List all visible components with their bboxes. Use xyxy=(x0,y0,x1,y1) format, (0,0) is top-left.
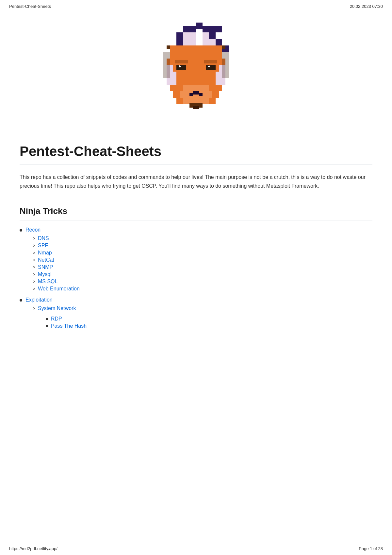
svg-rect-23 xyxy=(167,65,225,72)
sub-list-link[interactable]: Mysql xyxy=(38,271,52,277)
bullet-dot xyxy=(20,299,22,302)
svg-rect-37 xyxy=(193,91,199,95)
svg-rect-17 xyxy=(189,39,196,45)
svg-rect-43 xyxy=(179,65,180,67)
sub-sub-list-item: Pass The Hash xyxy=(46,323,87,329)
sub-list-item: SPF xyxy=(33,243,80,249)
sub-list-link[interactable]: DNS xyxy=(38,235,49,241)
svg-rect-21 xyxy=(170,52,222,59)
svg-rect-49 xyxy=(193,106,199,109)
svg-rect-19 xyxy=(203,39,209,45)
svg-rect-15 xyxy=(183,32,189,39)
circle-bullet xyxy=(33,245,35,247)
header-datetime: 20.02.2023 07:30 xyxy=(350,4,383,9)
svg-rect-34 xyxy=(183,85,209,91)
svg-rect-46 xyxy=(175,60,188,63)
square-bullet xyxy=(46,318,48,320)
footer-page-info: Page 1 of 28 xyxy=(359,546,383,551)
page-title: Pentest-Cheat-Sheets xyxy=(20,137,372,165)
sub-list-item: SNMP xyxy=(33,264,80,270)
list-link[interactable]: Recon xyxy=(25,227,41,233)
svg-rect-0 xyxy=(176,39,183,45)
svg-rect-51 xyxy=(222,52,229,78)
fox-logo xyxy=(147,19,245,124)
svg-rect-9 xyxy=(216,39,222,45)
svg-rect-40 xyxy=(176,65,186,70)
bullet-dot xyxy=(20,229,22,232)
circle-bullet xyxy=(33,266,35,268)
svg-rect-3 xyxy=(196,23,203,29)
section-title: Ninja Tricks xyxy=(20,201,372,220)
circle-bullet xyxy=(33,281,35,283)
list-item: ExploitationSystem NetworkRDPPass The Ha… xyxy=(20,297,372,334)
header-title: Pentest-Cheat-Sheets xyxy=(9,4,51,9)
sub-list: System NetworkRDPPass The Hash xyxy=(20,305,87,333)
svg-rect-6 xyxy=(176,32,183,39)
main-list: ReconDNSSPFNmapNetCatSNMPMysqlMS SQLWeb … xyxy=(20,227,372,334)
page-header: Pentest-Cheat-Sheets 20.02.2023 07:30 xyxy=(0,0,392,13)
sub-list-link[interactable]: MS SQL xyxy=(38,279,57,285)
sub-sub-list-item: RDP xyxy=(46,316,87,322)
footer-url[interactable]: https://md2pdf.netlify.app/ xyxy=(9,546,57,551)
description: This repo has a collection of snippets o… xyxy=(20,173,372,190)
circle-bullet xyxy=(33,273,35,275)
svg-rect-16 xyxy=(189,32,196,39)
page-footer: https://md2pdf.netlify.app/ Page 1 of 28 xyxy=(0,542,392,555)
sub-list-link[interactable]: SNMP xyxy=(38,264,53,270)
svg-rect-8 xyxy=(209,32,216,39)
svg-rect-52 xyxy=(167,45,170,49)
sub-list-item: DNS xyxy=(33,235,80,241)
svg-rect-53 xyxy=(222,45,225,49)
svg-rect-20 xyxy=(209,39,216,45)
svg-rect-11 xyxy=(209,26,216,32)
svg-rect-47 xyxy=(204,60,217,63)
sub-list-item: Web Enumeration xyxy=(33,286,80,292)
circle-bullet xyxy=(33,237,35,239)
main-content: Pentest-Cheat-Sheets This repo has a col… xyxy=(0,13,392,363)
sub-list-link[interactable]: SPF xyxy=(38,243,48,249)
list-link[interactable]: Exploitation xyxy=(25,297,53,303)
svg-rect-38 xyxy=(189,93,193,96)
circle-bullet xyxy=(33,252,35,254)
sub-list-link[interactable]: NetCat xyxy=(38,257,54,263)
sub-list-item: MS SQL xyxy=(33,279,80,285)
sub-sub-list-link[interactable]: Pass The Hash xyxy=(51,323,87,329)
svg-rect-39 xyxy=(199,93,203,96)
sub-list-item: Mysql xyxy=(33,271,80,277)
sub-list-item: Nmap xyxy=(33,250,80,256)
logo-container xyxy=(20,13,372,137)
svg-rect-18 xyxy=(203,32,209,39)
sub-sub-list: RDPPass The Hash xyxy=(33,316,87,330)
svg-rect-45 xyxy=(209,65,209,67)
sub-sub-list-link[interactable]: RDP xyxy=(51,316,62,322)
svg-rect-14 xyxy=(183,39,189,45)
svg-rect-10 xyxy=(216,26,222,32)
list-item: ReconDNSSPFNmapNetCatSNMPMysqlMS SQLWeb … xyxy=(20,227,372,294)
circle-bullet xyxy=(33,259,35,261)
svg-rect-29 xyxy=(170,45,222,52)
sub-list-link[interactable]: Web Enumeration xyxy=(38,286,80,292)
svg-rect-4 xyxy=(203,26,209,32)
svg-rect-2 xyxy=(189,26,196,32)
circle-bullet xyxy=(33,307,35,309)
sub-list-link[interactable]: Nmap xyxy=(38,250,52,256)
sub-list-item: System NetworkRDPPass The Hash xyxy=(33,305,87,332)
sub-list-item: NetCat xyxy=(33,257,80,263)
svg-rect-7 xyxy=(183,26,189,32)
svg-rect-41 xyxy=(206,65,216,70)
sub-list-link[interactable]: System Network xyxy=(38,305,76,311)
svg-rect-50 xyxy=(163,52,170,78)
square-bullet xyxy=(46,325,48,327)
circle-bullet xyxy=(33,288,35,290)
sub-list: DNSSPFNmapNetCatSNMPMysqlMS SQLWeb Enume… xyxy=(20,235,80,293)
